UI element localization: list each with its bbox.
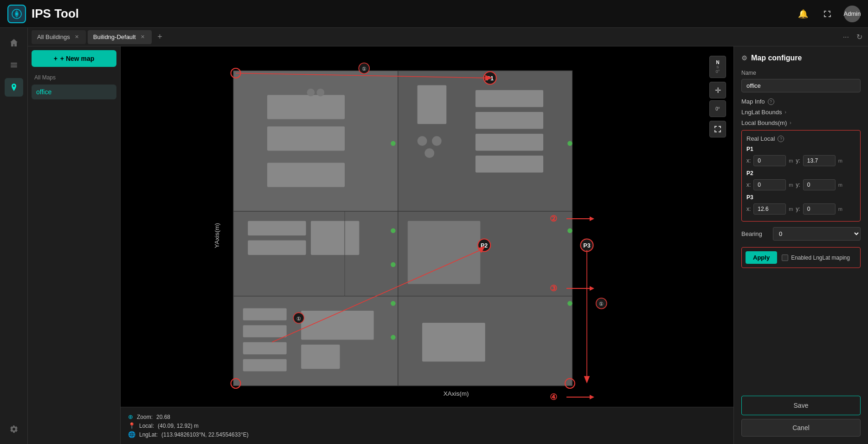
svg-rect-26 <box>248 241 306 255</box>
svg-rect-19 <box>476 112 543 129</box>
real-local-box: Real Local ? P1 x: m y: m P2 <box>741 130 861 222</box>
tab-add-button[interactable]: + <box>154 31 167 44</box>
real-local-label: Real Local <box>746 135 775 142</box>
north-indicator: N S 0° <box>709 56 726 78</box>
lnglat-label: LngLat: <box>139 431 158 438</box>
status-bar: ⊕ Zoom: 20.68 📍 Local: (40.09, 12.92) m … <box>121 407 733 444</box>
svg-rect-31 <box>243 325 287 337</box>
fullscreen-icon[interactable] <box>820 7 835 21</box>
lnglat-icon: 🌐 <box>128 431 135 438</box>
svg-point-37 <box>391 141 395 146</box>
rotate-label: 0° <box>715 106 720 111</box>
p1-x-unit: m <box>789 158 793 163</box>
p3-coords: x: m y: m <box>746 203 855 215</box>
svg-text:①: ① <box>599 301 604 307</box>
p3-x-input[interactable] <box>753 203 786 215</box>
lnglat-bounds-section[interactable]: LngLat Bounds › <box>741 109 861 116</box>
sidebar-item-list[interactable] <box>5 56 23 74</box>
tab-all-buildings[interactable]: All Buildings ✕ <box>32 30 86 44</box>
new-map-label: + New map <box>60 55 95 62</box>
north-label: N <box>716 60 719 65</box>
p1-y-input[interactable] <box>803 155 836 166</box>
local-value: (40.09, 12.92) m <box>158 423 199 429</box>
p2-x-label: x: <box>746 182 751 188</box>
bearing-select[interactable]: 0 45 90 180 270 <box>773 227 861 241</box>
svg-rect-3 <box>11 65 17 65</box>
tabbar-refresh-icon[interactable]: ↻ <box>855 31 864 43</box>
tabbar-more-icon[interactable]: ··· <box>841 31 851 43</box>
panel-title-label: Map configure <box>751 54 802 62</box>
app-icon <box>7 5 26 23</box>
tab-building-default-close[interactable]: ✕ <box>140 34 146 40</box>
p3-y-label: y: <box>796 206 800 212</box>
p3-y-input[interactable] <box>803 203 836 215</box>
svg-marker-61 <box>584 376 590 384</box>
svg-point-23 <box>424 148 434 158</box>
tab-building-default[interactable]: Builidng-Default ✕ <box>88 30 152 44</box>
svg-rect-33 <box>243 359 287 371</box>
svg-rect-2 <box>11 63 17 64</box>
notification-icon[interactable]: 🔔 <box>796 7 810 21</box>
lnglat-bounds-label: LngLat Bounds <box>741 109 782 116</box>
save-label: Save <box>794 402 809 409</box>
enable-lnglat-checkbox-label[interactable]: Enabled LngLat maping <box>782 255 850 261</box>
pan-control[interactable]: ✛ <box>709 82 726 98</box>
p1-label: P1 <box>746 146 855 152</box>
apply-label: Apply <box>753 254 770 261</box>
right-panel: ⚙ Map configure Name Map Info ? LngLat B… <box>733 46 868 444</box>
map-info-help-icon[interactable]: ? <box>768 98 774 105</box>
enable-lnglat-label: Enabled LngLat maping <box>791 255 850 261</box>
sidebar-item-home[interactable] <box>5 33 23 52</box>
svg-point-24 <box>432 136 442 146</box>
sidebar-item-location[interactable] <box>5 78 23 97</box>
cancel-button[interactable]: Canel <box>741 419 861 437</box>
p2-coords: x: m y: m <box>746 179 855 190</box>
new-map-icon: + <box>54 55 58 62</box>
svg-rect-21 <box>476 156 543 173</box>
svg-rect-29 <box>408 221 481 284</box>
zoom-value: 20.68 <box>156 414 170 420</box>
rotate-degree: 0° <box>709 100 726 117</box>
p2-y-input[interactable] <box>803 179 836 190</box>
svg-rect-17 <box>418 85 447 124</box>
tab-all-buildings-close[interactable]: ✕ <box>74 34 80 40</box>
local-bounds-section[interactable]: Local Bounds(m) › <box>741 119 861 126</box>
pan-icon: ✛ <box>715 86 721 95</box>
p1-coords: x: m y: m <box>746 155 855 166</box>
app-title: IPS Tool <box>32 7 79 21</box>
new-map-button[interactable]: + + New map <box>32 50 116 67</box>
svg-point-42 <box>567 141 572 146</box>
p1-x-input[interactable] <box>753 155 786 166</box>
local-bounds-label: Local Bounds(m) <box>741 119 787 126</box>
local-bounds-chevron: › <box>790 120 791 125</box>
map-info-section[interactable]: Map Info ? <box>741 98 861 105</box>
sidebar-item-settings[interactable] <box>5 420 23 438</box>
save-button[interactable]: Save <box>743 397 859 414</box>
svg-rect-12 <box>267 95 345 119</box>
apply-button[interactable]: Apply <box>746 251 777 264</box>
map-item-office-label: office <box>36 88 51 96</box>
bearing-row: Bearing 0 45 90 180 270 <box>741 227 861 241</box>
map-item-office[interactable]: office <box>32 85 116 99</box>
p2-x-unit: m <box>789 182 793 188</box>
local-icon: 📍 <box>128 422 135 429</box>
zoom-icon: ⊕ <box>128 413 133 420</box>
real-local-help-icon[interactable]: ? <box>778 136 784 142</box>
svg-rect-32 <box>243 342 287 354</box>
svg-point-16 <box>316 89 324 97</box>
enable-lnglat-checkbox[interactable] <box>782 255 788 261</box>
svg-point-41 <box>391 335 395 340</box>
name-input[interactable] <box>741 79 861 92</box>
svg-point-15 <box>307 89 315 97</box>
p2-y-label: y: <box>796 182 800 188</box>
svg-text:YAxis(m): YAxis(m) <box>213 223 220 248</box>
p2-y-unit: m <box>838 182 842 188</box>
fit-screen-button[interactable] <box>709 121 726 137</box>
user-avatar[interactable]: Admin <box>844 6 861 22</box>
svg-rect-30 <box>243 308 287 320</box>
lnglat-bounds-chevron: › <box>784 110 786 115</box>
p2-x-input[interactable] <box>753 179 786 190</box>
svg-rect-13 <box>267 126 345 150</box>
tab-building-default-label: Builidng-Default <box>93 33 136 40</box>
svg-rect-34 <box>301 311 374 340</box>
